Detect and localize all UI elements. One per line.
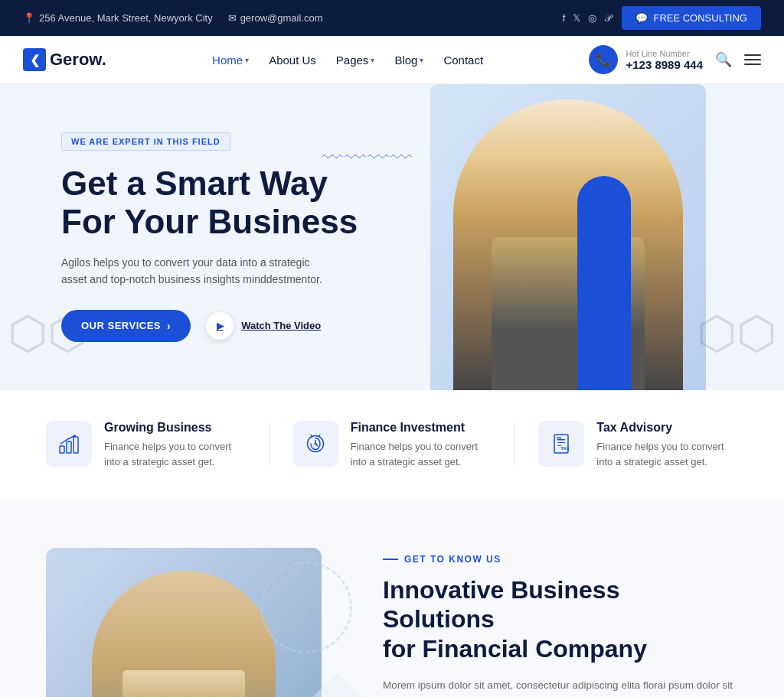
email-info: ✉ gerow@gmail.com [228, 12, 323, 24]
header-right: 📞 Hot Line Number +123 8989 444 🔍 [589, 45, 761, 74]
about-title: Innovative Business Solutions for Financ… [383, 575, 738, 663]
hero-section: WE ARE EXPERT IN THIS FIELD Get a Smart … [0, 84, 784, 390]
hamburger-line-3 [744, 64, 761, 65]
home-chevron: ▾ [245, 56, 249, 64]
service-card-tax: TAX Tax Advisory Finance helps you to co… [538, 421, 738, 469]
pages-chevron: ▾ [371, 56, 374, 64]
finance-investment-title: Finance Investment [351, 421, 492, 435]
top-bar-left: 📍 256 Avenue, Mark Street, Newyork City … [23, 12, 322, 24]
about-section-badge: GET TO KNOW US [383, 554, 738, 565]
finance-investment-desc: Finance helps you to convert into a stra… [351, 439, 492, 469]
about-description: Morem ipsum dolor sit amet, consectetur … [383, 677, 738, 697]
hamburger-line-1 [744, 54, 761, 56]
hero-actions: OUR SERVICES › ▶ Watch The Video [61, 310, 358, 342]
phone-icon-circle: 📞 [589, 45, 618, 74]
svg-rect-7 [557, 438, 561, 439]
svg-text:TAX: TAX [561, 446, 570, 451]
logo[interactable]: ❮ Gerow. [23, 48, 106, 71]
social-icons: f 𝕏 ◎ 𝒫 [563, 12, 612, 24]
instagram-icon[interactable]: ◎ [588, 12, 596, 24]
growing-business-desc: Finance helps you to convert into a stra… [104, 439, 246, 469]
logo-letter: ❮ [30, 53, 40, 67]
finance-investment-icon-box [292, 421, 338, 467]
blog-chevron: ▾ [420, 56, 423, 64]
finance-investment-info: Finance Investment Finance helps you to … [351, 421, 492, 469]
address-info: 📍 256 Avenue, Mark Street, Newyork City [23, 12, 213, 24]
tax-advisory-desc: Finance helps you to convert into a stra… [596, 439, 738, 469]
search-button[interactable]: 🔍 [715, 51, 732, 68]
svg-point-3 [74, 435, 76, 437]
main-nav: Home ▾ About Us Pages ▾ Blog ▾ Contact [212, 54, 483, 67]
logo-icon: ❮ [23, 48, 46, 71]
svg-rect-2 [74, 437, 78, 453]
menu-toggle-button[interactable] [744, 54, 761, 65]
nav-about[interactable]: About Us [269, 54, 316, 67]
hotline-number: +123 8989 444 [626, 58, 703, 71]
about-image-column [46, 546, 337, 697]
pinterest-icon[interactable]: 𝒫 [604, 12, 611, 24]
top-bar-right: f 𝕏 ◎ 𝒫 💬 FREE CONSULTING [563, 6, 761, 30]
facebook-icon[interactable]: f [563, 12, 566, 24]
services-strip: Growing Business Finance helps you to co… [0, 390, 784, 500]
twitter-icon[interactable]: 𝕏 [573, 12, 580, 24]
hero-content: WE ARE EXPERT IN THIS FIELD Get a Smart … [61, 132, 358, 372]
hamburger-line-2 [744, 59, 761, 60]
play-button[interactable]: ▶ [206, 312, 234, 340]
circle-decoration [260, 562, 352, 653]
tax-advisory-icon-box: TAX [538, 421, 584, 467]
blue-accent-shape [577, 176, 631, 390]
svg-point-5 [314, 443, 316, 445]
arrow-icon: › [167, 320, 171, 332]
header: ❮ Gerow. Home ▾ About Us Pages ▾ Blog ▾ … [0, 36, 784, 84]
growing-business-icon [57, 432, 80, 455]
tax-advisory-icon: TAX [550, 432, 573, 455]
watch-video-link[interactable]: ▶ Watch The Video [206, 312, 321, 340]
divider-2 [514, 421, 515, 469]
service-card-finance: Finance Investment Finance helps you to … [292, 421, 492, 469]
nav-contact[interactable]: Contact [443, 54, 483, 67]
hero-person-photo [430, 84, 706, 390]
nav-pages[interactable]: Pages ▾ [336, 54, 375, 67]
email-icon: ✉ [228, 12, 237, 24]
nav-home[interactable]: Home ▾ [212, 54, 249, 67]
hex-decoration-right: ⬡⬡ [697, 306, 776, 360]
tax-advisory-title: Tax Advisory [596, 421, 738, 435]
hero-title: Get a Smart Way For Your Business [61, 164, 358, 240]
growing-business-info: Growing Business Finance helps you to co… [104, 421, 246, 469]
location-icon: 📍 [23, 12, 35, 24]
growing-business-icon-box [46, 421, 92, 467]
hero-badge: WE ARE EXPERT IN THIS FIELD [61, 132, 230, 151]
hotline-label: Hot Line Number [626, 49, 703, 58]
service-card-growing: Growing Business Finance helps you to co… [46, 421, 246, 469]
svg-rect-0 [60, 446, 64, 453]
logo-text: Gerow. [50, 50, 106, 70]
our-services-button[interactable]: OUR SERVICES › [61, 310, 191, 342]
hotline-info: Hot Line Number +123 8989 444 [626, 49, 703, 71]
tax-advisory-info: Tax Advisory Finance helps you to conver… [596, 421, 738, 469]
free-consulting-button[interactable]: 💬 FREE CONSULTING [622, 6, 761, 30]
top-bar: 📍 256 Avenue, Mark Street, Newyork City … [0, 0, 784, 36]
finance-investment-icon [304, 432, 327, 455]
nav-blog[interactable]: Blog ▾ [394, 54, 423, 67]
svg-rect-1 [67, 441, 71, 453]
hotline: 📞 Hot Line Number +123 8989 444 [589, 45, 703, 74]
hero-description: Agilos helps you to convert your data in… [61, 254, 337, 288]
divider-1 [269, 421, 270, 469]
consulting-icon: 💬 [635, 12, 648, 24]
about-section: GET TO KNOW US Innovative Business Solut… [0, 500, 784, 697]
growing-business-title: Growing Business [104, 421, 246, 435]
about-content: GET TO KNOW US Innovative Business Solut… [383, 546, 738, 697]
